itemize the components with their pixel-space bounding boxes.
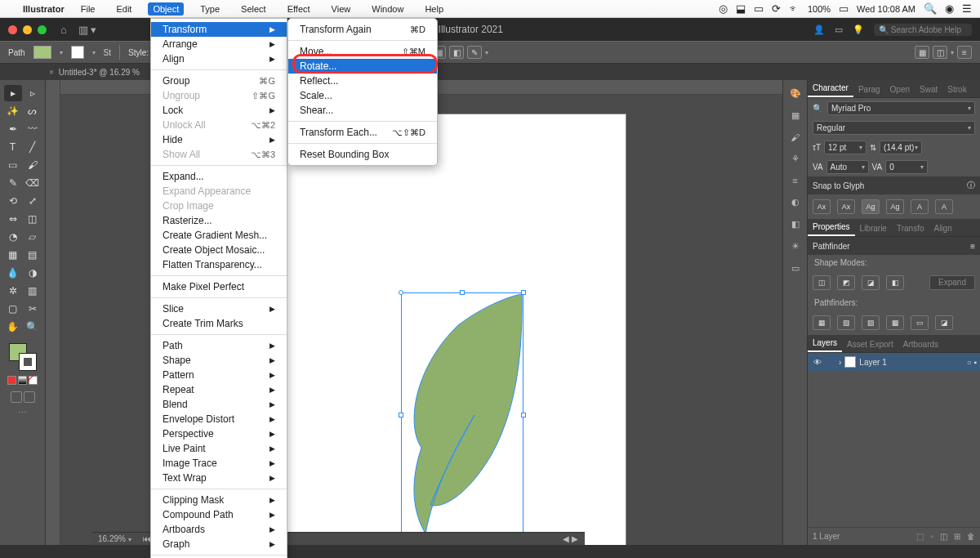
font-size-input[interactable]: 12 pt▾	[824, 141, 866, 154]
close-tab-icon[interactable]: ×	[49, 68, 54, 77]
spotlight-icon[interactable]: 🔍	[924, 2, 937, 15]
menuitem-flatten-transparency-[interactable]: Flatten Transparency...	[151, 257, 287, 272]
type-tool[interactable]: T	[4, 139, 22, 155]
pathfinder-header[interactable]: Pathfinder≡	[808, 237, 980, 255]
menuitem-compound-path[interactable]: Compound Path▶	[151, 507, 287, 522]
locate-icon[interactable]: ⬚	[916, 532, 924, 541]
rotate-tool[interactable]: ⟲	[4, 193, 22, 209]
submenuitem-shear-[interactable]: Shear...	[288, 103, 437, 118]
tab-properties[interactable]: Properties	[808, 219, 855, 236]
submenuitem-move-[interactable]: Move...⇧⌘M	[288, 44, 437, 59]
menuitem-envelope-distort[interactable]: Envelope Distort▶	[151, 412, 287, 426]
minus-back-icon[interactable]: ◪	[935, 315, 953, 330]
tab-layers[interactable]: Layers	[808, 335, 842, 352]
fill-stroke-indicator[interactable]	[9, 343, 37, 371]
submenuitem-transform-again[interactable]: Transform Again⌘D	[288, 22, 437, 37]
divide-icon[interactable]: ▦	[813, 315, 831, 330]
brushes-panel-icon[interactable]: 🖌	[791, 132, 800, 142]
menuitem-pattern[interactable]: Pattern▶	[151, 368, 287, 382]
direct-selection-tool[interactable]: ▹	[24, 85, 42, 101]
menu-type[interactable]: Type	[195, 2, 225, 16]
menuitem-slice[interactable]: Slice▶	[151, 301, 287, 316]
exclude-icon[interactable]: ◧	[886, 275, 904, 290]
tracking-input[interactable]: 0▾	[885, 160, 928, 174]
wifi-icon[interactable]: ᯤ	[789, 2, 800, 15]
menuitem-live-paint[interactable]: Live Paint▶	[151, 441, 287, 456]
minus-front-icon[interactable]: ◩	[837, 275, 855, 290]
curvature-tool[interactable]: 〰	[24, 121, 42, 137]
slice-tool[interactable]: ✂	[24, 301, 42, 317]
delete-layer-icon[interactable]: 🗑	[967, 532, 975, 541]
help-search[interactable]: 🔍 Search Adobe Help	[874, 24, 972, 36]
swatches-panel-icon[interactable]: ▦	[791, 110, 800, 121]
menuitem-shape[interactable]: Shape▶	[151, 353, 287, 368]
zoom-tool[interactable]: 🔍	[24, 319, 42, 335]
paintbrush-tool[interactable]: 🖌	[24, 157, 42, 173]
help-icon[interactable]: 💡	[853, 25, 864, 35]
pen-tool[interactable]: ✒	[4, 121, 22, 137]
submenuitem-transform-each-[interactable]: Transform Each...⌥⇧⌘D	[288, 125, 437, 140]
menuitem-make-pixel-perfect[interactable]: Make Pixel Perfect	[151, 279, 287, 294]
symbols-panel-icon[interactable]: ⚘	[791, 154, 800, 164]
traffic-light-close[interactable]	[8, 25, 17, 34]
new-sublayer-icon[interactable]: ▫	[930, 532, 933, 541]
menuitem-hide[interactable]: Hide▶	[151, 132, 287, 147]
tab-artboards[interactable]: Artboards	[898, 337, 943, 352]
submenuitem-scale-[interactable]: Scale...	[288, 88, 437, 103]
menuitem-blend[interactable]: Blend▶	[151, 397, 287, 412]
color-panel-icon[interactable]: 🎨	[790, 88, 801, 99]
eyedropper-tool[interactable]: 💧	[4, 265, 22, 281]
cc-icon[interactable]: ◎	[719, 2, 728, 15]
isolate-icon[interactable]: ◧	[449, 46, 464, 59]
leading-input[interactable]: (14.4 pt)▾	[880, 141, 922, 154]
visibility-icon[interactable]: 👁	[811, 358, 824, 367]
expand-layer-icon[interactable]: ›	[839, 358, 841, 367]
menuitem-clipping-mask[interactable]: Clipping Mask▶	[151, 493, 287, 507]
layer-row[interactable]: 👁 › Layer 1 ○ ▪	[808, 353, 980, 371]
gradient-tool[interactable]: ▤	[24, 247, 42, 263]
rectangle-tool[interactable]: ▭	[4, 157, 22, 173]
traffic-light-min[interactable]	[23, 25, 32, 34]
symbol-sprayer-tool[interactable]: ✲	[4, 283, 22, 299]
tab-asset-export[interactable]: Asset Export	[842, 337, 898, 352]
font-style-select[interactable]: Regular▾	[813, 121, 975, 135]
free-transform-tool[interactable]: ◫	[24, 211, 42, 227]
appearance-panel-icon[interactable]: ☀	[791, 241, 800, 252]
menuitem-repeat[interactable]: Repeat▶	[151, 382, 287, 397]
intersect-icon[interactable]: ◪	[862, 275, 880, 290]
home-icon[interactable]: ⌂	[60, 24, 67, 36]
selection-bounding-box[interactable]	[401, 292, 523, 538]
width-tool[interactable]: ⇔	[4, 211, 22, 227]
mesh-tool[interactable]: ▦	[4, 247, 22, 263]
menu-help[interactable]: Help	[420, 2, 448, 16]
artboard-tool[interactable]: ▢	[4, 301, 22, 317]
menu-effect[interactable]: Effect	[283, 2, 315, 16]
menuitem-create-object-mosaic-[interactable]: Create Object Mosaic...	[151, 243, 287, 257]
menuitem-create-trim-marks[interactable]: Create Trim Marks	[151, 316, 287, 331]
submenuitem-reset-bounding-box[interactable]: Reset Bounding Box	[288, 147, 437, 162]
trim-icon[interactable]: ▧	[837, 315, 855, 330]
color-mode-switcher[interactable]	[7, 376, 38, 385]
tab-align[interactable]: Align	[929, 221, 956, 236]
gradient-panel-icon[interactable]: ◐	[791, 197, 800, 208]
menuitem-expand-[interactable]: Expand...	[151, 169, 287, 184]
graphic-styles-panel-icon[interactable]: ▭	[791, 263, 800, 274]
transparency-panel-icon[interactable]: ◧	[791, 219, 800, 230]
prefs-icon[interactable]: ≡	[957, 46, 972, 59]
shaper-tool[interactable]: ✎	[4, 175, 22, 191]
sync-icon[interactable]: ⟳	[772, 2, 781, 15]
fill-swatch[interactable]	[33, 46, 51, 59]
dropbox-icon[interactable]: ⬓	[736, 2, 746, 15]
workspace-switcher[interactable]: ▥ ▾	[78, 24, 97, 36]
document-tab[interactable]: × Untitled-3* @ 16.29 %	[49, 68, 140, 77]
menuitem-image-trace[interactable]: Image Trace▶	[151, 456, 287, 471]
selection-tool[interactable]: ▸	[4, 85, 22, 101]
layer-name[interactable]: Layer 1	[859, 358, 886, 367]
edit-icon[interactable]: ✎	[467, 46, 482, 59]
ruler-vertical[interactable]	[46, 80, 60, 545]
snap-point-icon[interactable]: ◫	[933, 46, 947, 59]
menuitem-transform[interactable]: Transform▶	[151, 22, 287, 37]
snap-pixel-icon[interactable]: ▦	[915, 46, 929, 59]
zoom-level[interactable]: 16.29% ▾	[98, 534, 131, 543]
graph-tool[interactable]: ▥	[24, 283, 42, 299]
